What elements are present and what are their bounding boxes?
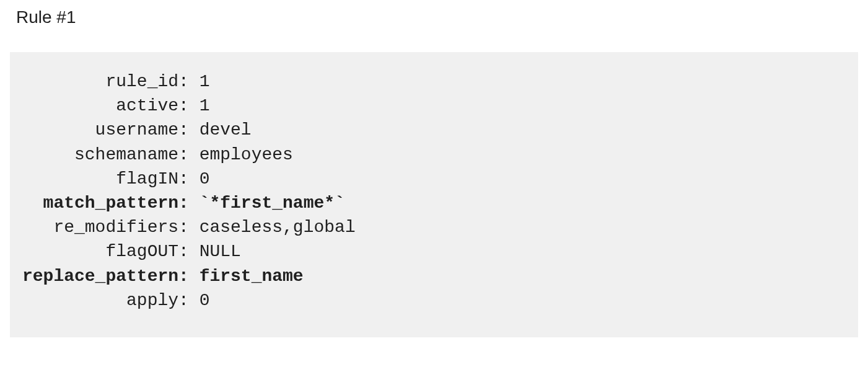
code-line-label: schemaname: bbox=[22, 145, 189, 164]
code-line-label: match_pattern: bbox=[22, 193, 189, 213]
code-line-value: devel bbox=[189, 120, 252, 140]
code-line: match_pattern: `*first_name*` bbox=[22, 193, 345, 213]
code-line-value: 1 bbox=[189, 96, 210, 115]
code-line-value: 0 bbox=[189, 169, 210, 188]
code-line-label: re_modifiers: bbox=[22, 218, 189, 237]
code-line: username: devel bbox=[22, 120, 252, 140]
code-line-value: `*first_name*` bbox=[189, 193, 345, 213]
code-line-value: caseless,global bbox=[189, 218, 356, 237]
code-line-value: 0 bbox=[189, 291, 210, 310]
code-line-label: rule_id: bbox=[22, 72, 189, 91]
code-line-value: NULL bbox=[189, 242, 241, 261]
code-line-label: flagOUT: bbox=[22, 242, 189, 261]
code-block: rule_id: 1 active: 1 username: devel sch… bbox=[10, 52, 858, 337]
code-line: flagIN: 0 bbox=[22, 169, 209, 188]
rule-heading: Rule #1 bbox=[16, 7, 868, 27]
code-line: flagOUT: NULL bbox=[22, 242, 241, 261]
code-line-label: username: bbox=[22, 120, 189, 140]
code-line-label: flagIN: bbox=[22, 169, 189, 188]
code-line: schemaname: employees bbox=[22, 145, 293, 164]
code-line: re_modifiers: caseless,global bbox=[22, 218, 356, 237]
page: Rule #1 rule_id: 1 active: 1 username: d… bbox=[0, 0, 868, 337]
code-content: rule_id: 1 active: 1 username: devel sch… bbox=[22, 69, 846, 313]
code-line-value: first_name bbox=[189, 267, 304, 286]
code-line: apply: 0 bbox=[22, 291, 209, 310]
code-line-value: employees bbox=[189, 145, 293, 164]
code-line: rule_id: 1 bbox=[22, 72, 209, 91]
code-line-label: apply: bbox=[22, 291, 189, 310]
code-line: active: 1 bbox=[22, 96, 209, 115]
code-line: replace_pattern: first_name bbox=[22, 267, 304, 286]
code-line-value: 1 bbox=[189, 72, 210, 91]
code-line-label: replace_pattern: bbox=[22, 267, 189, 286]
code-line-label: active: bbox=[22, 96, 189, 115]
